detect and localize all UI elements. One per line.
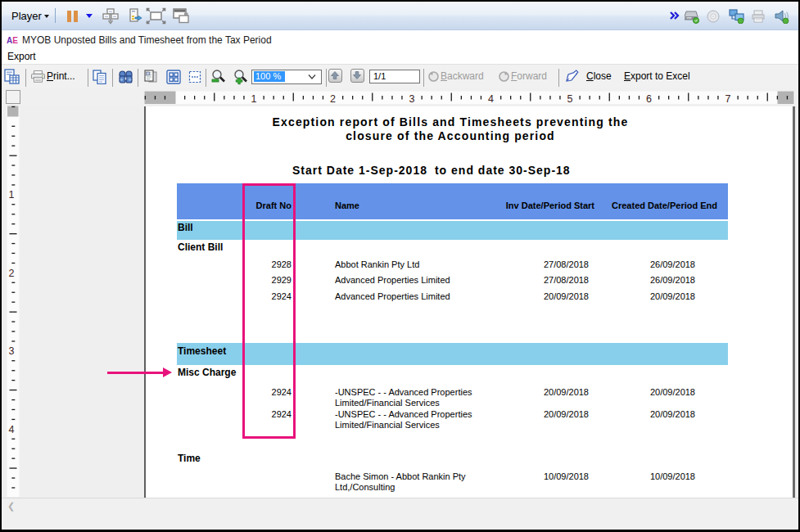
svg-text:4: 4 — [488, 93, 494, 105]
svg-text:3: 3 — [9, 345, 15, 357]
svg-text:3: 3 — [409, 93, 415, 105]
svg-text:1: 1 — [9, 189, 15, 201]
svg-text:1: 1 — [251, 93, 257, 105]
svg-text:6: 6 — [646, 93, 652, 105]
svg-text:2: 2 — [9, 268, 15, 279]
svg-text:4: 4 — [9, 424, 15, 435]
svg-text:5: 5 — [567, 93, 573, 105]
svg-text:7: 7 — [725, 93, 731, 105]
svg-text:2: 2 — [330, 93, 336, 105]
